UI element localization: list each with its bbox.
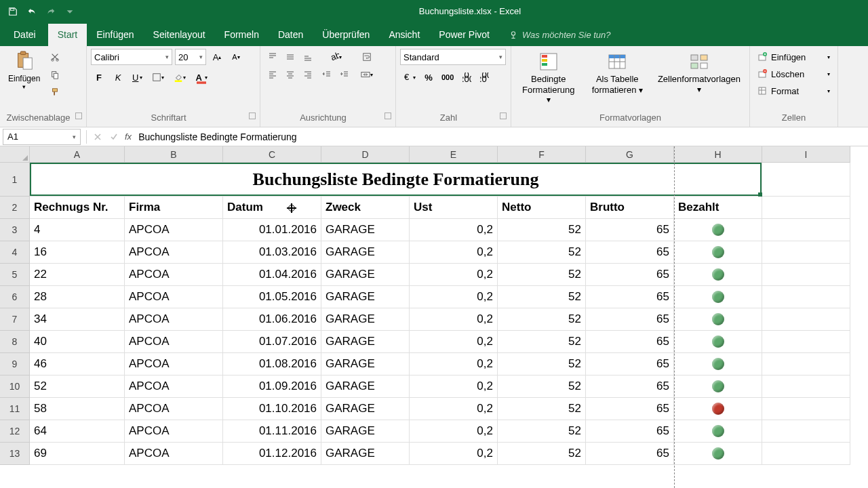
cell[interactable]: GARAGE [321,331,410,353]
col-header[interactable]: I [762,146,850,163]
cell[interactable] [762,331,850,353]
cell[interactable]: 28 [30,286,125,308]
cut-icon[interactable] [47,49,63,65]
col-header[interactable]: C [223,146,321,163]
cell[interactable]: 65 [586,308,674,331]
border-icon[interactable]: ▾ [149,69,167,85]
cell[interactable]: 65 [586,264,674,286]
cell[interactable]: GARAGE [321,241,410,264]
dialog-launcher-icon[interactable] [500,113,507,119]
table-header[interactable]: Zweck [321,197,410,219]
cell[interactable]: 65 [586,241,674,264]
qat-dropdown-icon[interactable] [62,4,77,19]
cell[interactable]: APCOA [125,398,223,420]
table-header[interactable]: Rechnugs Nr. [30,197,125,219]
cell[interactable] [674,443,762,465]
cell[interactable]: 65 [586,443,674,465]
cell[interactable]: APCOA [125,353,223,375]
grow-font-icon[interactable]: A▴ [209,49,225,65]
cell[interactable]: 22 [30,264,125,286]
font-size[interactable]: 20▾ [175,49,206,65]
select-all-corner[interactable] [0,146,30,163]
tab-home[interactable]: Start [48,24,87,46]
cell[interactable] [674,219,762,241]
worksheet[interactable]: ABCDEFGHI 12345678910111213 Buchungslist… [0,146,868,488]
wrap-text-icon[interactable] [355,49,378,65]
cell[interactable]: APCOA [125,308,223,331]
cell[interactable] [762,241,850,264]
fx-icon[interactable]: fx [125,131,132,142]
cell[interactable]: 0,2 [410,241,498,264]
cell-styles-button[interactable]: Zellenformatvorlagen▾ [653,49,745,96]
thousands-icon[interactable]: 000 [438,69,457,85]
col-header[interactable]: B [125,146,223,163]
cell[interactable]: 0,2 [410,420,498,443]
cell[interactable]: GARAGE [321,308,410,331]
conditional-formatting-button[interactable]: Bedingte Formatierung ▾ [515,49,582,107]
cell[interactable] [674,241,762,264]
cell[interactable]: 69 [30,443,125,465]
cell[interactable]: 65 [586,398,674,420]
cell[interactable] [674,286,762,308]
undo-icon[interactable] [24,4,39,19]
cell[interactable] [674,331,762,353]
cell[interactable]: GARAGE [321,219,410,241]
tab-insert[interactable]: Einfügen [87,24,143,46]
row-header[interactable]: 12 [0,420,30,443]
cell[interactable]: APCOA [125,420,223,443]
cell[interactable] [762,398,850,420]
row-header[interactable]: 10 [0,375,30,398]
cell[interactable]: 52 [498,398,586,420]
cell[interactable] [674,398,762,420]
cell[interactable]: 01.10.2016 [223,398,321,420]
cell[interactable]: 16 [30,241,125,264]
cell[interactable]: GARAGE [321,420,410,443]
cell[interactable]: APCOA [125,286,223,308]
align-middle-icon[interactable] [282,49,298,65]
tab-layout[interactable]: Seitenlayout [144,24,215,46]
cell[interactable]: 01.01.2016 [223,219,321,241]
align-right-icon[interactable] [300,66,316,83]
cell[interactable]: 65 [586,420,674,443]
underline-button[interactable]: U▾ [129,69,146,85]
row-header[interactable]: 13 [0,443,30,465]
cell[interactable]: 52 [498,286,586,308]
cell[interactable]: APCOA [125,375,223,398]
column-headers[interactable]: ABCDEFGHI [30,146,850,163]
cell[interactable]: 01.07.2016 [223,331,321,353]
indent-inc-icon[interactable] [336,66,353,83]
tab-file[interactable]: Datei [1,24,48,46]
cell[interactable]: 65 [586,375,674,398]
row-header[interactable]: 4 [0,241,30,264]
align-center-icon[interactable] [282,66,298,83]
dialog-launcher-icon[interactable] [384,113,391,119]
cell[interactable]: 52 [498,241,586,264]
cell[interactable]: 40 [30,331,125,353]
copy-icon[interactable] [47,66,63,83]
row-header[interactable]: 1 [0,163,30,197]
cells-delete-button[interactable]: Löschen▾ [754,66,833,82]
cell[interactable]: GARAGE [321,398,410,420]
accounting-icon[interactable]: €▾ [400,69,419,85]
row-headers[interactable]: 12345678910111213 [0,163,30,465]
cell[interactable]: 01.09.2016 [223,375,321,398]
cell[interactable]: APCOA [125,241,223,264]
indent-dec-icon[interactable] [319,66,335,83]
cell[interactable] [762,219,850,241]
row-header[interactable]: 2 [0,197,30,219]
name-box[interactable]: A1▾ [3,129,81,145]
cell[interactable] [762,308,850,331]
tab-view[interactable]: Ansicht [379,24,429,46]
table-header[interactable]: Ust [410,197,498,219]
font-color-icon[interactable]: A▾ [192,69,210,85]
cell[interactable]: 52 [30,375,125,398]
cell[interactable] [762,420,850,443]
cell[interactable]: 01.03.2016 [223,241,321,264]
align-top-icon[interactable] [264,49,281,65]
paste-button[interactable]: Einfügen ▾ [4,49,44,92]
row-header[interactable]: 3 [0,219,30,241]
cell[interactable]: 0,2 [410,286,498,308]
cell[interactable]: 52 [498,353,586,375]
italic-button[interactable]: K [110,69,126,85]
cell[interactable]: 64 [30,420,125,443]
